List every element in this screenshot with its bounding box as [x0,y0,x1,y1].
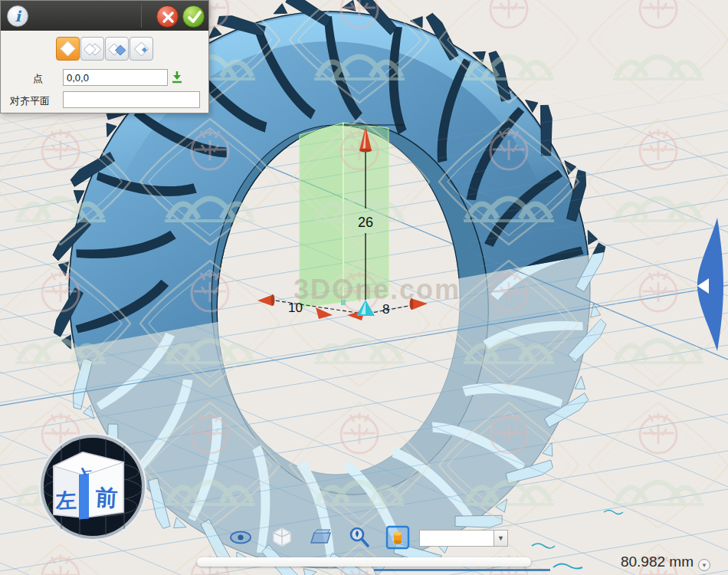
mode-diamond-dot-button[interactable] [130,37,153,61]
section-plane-icon[interactable] [310,529,333,546]
dropdown-arrow-button[interactable]: ▼ [494,530,508,547]
info-icon[interactable]: i [7,5,28,27]
align-plane-input[interactable] [63,91,200,108]
close-icon [157,6,179,28]
confirm-button[interactable] [182,5,205,28]
measurement-readout: 80.982 mm [598,554,694,570]
mode-diamond-single-button[interactable] [56,37,80,61]
diamond-blue-pair-icon [106,38,128,60]
wire-cube-icon[interactable] [272,527,292,547]
titlebar-divider [141,4,142,28]
horizontal-scrollbar[interactable] [197,557,531,567]
cancel-button[interactable] [156,5,179,28]
mode-diamond-pair-button[interactable] [80,37,104,61]
mode-diamond-blue-pair-button[interactable] [105,37,129,61]
diamond-dot-icon [130,38,152,60]
chevron-down-icon: ▼ [701,562,707,569]
view-navigation-cube[interactable]: 左 前 上 [32,428,155,550]
dialog-titlebar[interactable]: i [1,1,208,31]
eye-icon[interactable] [229,529,252,546]
diamond-pair-icon [81,38,103,60]
navcube-front-label[interactable]: 前 [95,485,119,510]
dim-right-label[interactable]: 8 [382,302,389,317]
check-icon [183,6,205,28]
zoom-glass-icon[interactable] [348,526,369,549]
align-plane-label: 对齐平面 [10,94,50,108]
navcube-left-label[interactable]: 左 [54,488,77,512]
dim-left-label[interactable]: 10 [288,301,303,315]
navcube-highlight-edge[interactable] [79,474,89,520]
measurement-expand-button[interactable]: ▼ [698,559,710,571]
chevron-down-icon: ▼ [497,534,504,542]
dim-height-label[interactable]: 26 [358,215,373,230]
watermark-text: 3DOne.com [293,274,461,305]
point-mode-toggle-group [56,37,153,61]
point-input[interactable] [63,69,168,86]
diamond-single-icon [57,38,79,60]
point-label: 点 [33,72,43,86]
toolbar-dropdown[interactable] [419,530,494,547]
pick-point-import-icon[interactable] [170,70,184,84]
point-input-dialog: i [0,0,209,113]
primitive-tool-icon[interactable] [385,525,410,550]
